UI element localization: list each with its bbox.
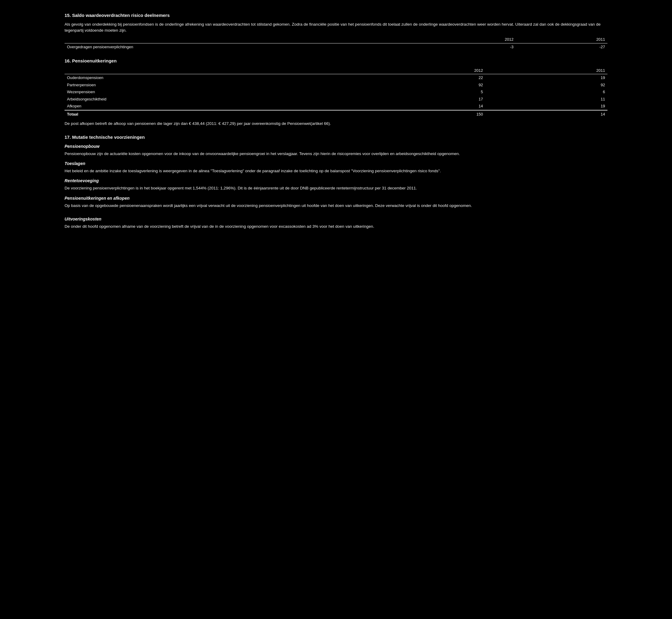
table-row: Totaal15014 bbox=[65, 110, 607, 118]
table-row: Wezenpensioen56 bbox=[65, 88, 607, 95]
table-row: Ouderdomspensioen2219 bbox=[65, 74, 607, 81]
row-label: Arbeidsongeschiktheid bbox=[65, 95, 363, 103]
section-16: 16. Pensioenuitkeringen 2012 2011 Ouderd… bbox=[65, 58, 607, 127]
subsection-rentetoevoeging-para: De voorziening pensioenverplichtingen is… bbox=[65, 185, 607, 191]
section-16-table: 2012 2011 Ouderdomspensioen2219Partnerpe… bbox=[65, 67, 607, 118]
table-row: Arbeidsongeschiktheid1711 bbox=[65, 95, 607, 103]
uitvoeringskosten-title: Uitvoeringskosten bbox=[65, 216, 607, 222]
table-row: Afkopen1419 bbox=[65, 102, 607, 110]
row-2011: 19 bbox=[485, 102, 607, 110]
row-2012: 92 bbox=[363, 81, 485, 89]
section-15-para: Als gevolg van onderdekking bij pensioen… bbox=[65, 21, 607, 34]
section-17: 17. Mutatie technische voorzieningen Pen… bbox=[65, 134, 607, 209]
subsection-toeslagen-title: Toeslagen bbox=[65, 160, 607, 167]
subsection-toeslagen-para: Het beleid en de ambitie inzake de toesl… bbox=[65, 168, 607, 174]
section-16-note: De post afkopen betreft de afkoop van pe… bbox=[65, 121, 607, 127]
section-15-row-label: Overgedragen pensioenverplichtingen bbox=[65, 43, 424, 50]
section-15-row: Overgedragen pensioenverplichtingen -3 -… bbox=[65, 43, 607, 50]
row-2011: 92 bbox=[485, 81, 607, 89]
col-2011-16: 2011 bbox=[485, 67, 607, 74]
col-2012-header: 2012 bbox=[424, 36, 516, 43]
row-2012: 17 bbox=[363, 95, 485, 103]
section-16-title: 16. Pensioenuitkeringen bbox=[65, 58, 607, 65]
row-2011: 11 bbox=[485, 95, 607, 103]
section-15-2012: -3 bbox=[424, 43, 516, 50]
row-2012: 14 bbox=[363, 102, 485, 110]
table-header-row: 2012 2011 bbox=[65, 36, 607, 43]
row-label: Afkopen bbox=[65, 102, 363, 110]
row-label: Totaal bbox=[65, 110, 363, 118]
col-label-header bbox=[65, 36, 424, 43]
row-2011: 6 bbox=[485, 88, 607, 95]
subsection-opbouw-title: Pensioenopbouw bbox=[65, 143, 607, 150]
subsection-uitkeringen-title: Pensioenuitkeringen en afkopen bbox=[65, 195, 607, 202]
row-2011: 14 bbox=[485, 110, 607, 118]
subsection-opbouw-para: Pensioenopbouw zijn de actuariële kosten… bbox=[65, 151, 607, 157]
row-label: Partnerpensioen bbox=[65, 81, 363, 89]
subsection-rentetoevoeging-title: Rentetoevoeging bbox=[65, 178, 607, 184]
page-container: 15. Saldo waardeoverdrachten risico deel… bbox=[65, 12, 607, 229]
section-uitvoeringskosten: Uitvoeringskosten De onder dit hoofd opg… bbox=[65, 216, 607, 229]
section-17-title: 17. Mutatie technische voorzieningen bbox=[65, 134, 607, 141]
row-2011: 19 bbox=[485, 74, 607, 81]
section-15-2011: -27 bbox=[516, 43, 607, 50]
row-label: Wezenpensioen bbox=[65, 88, 363, 95]
col-2012-16: 2012 bbox=[363, 67, 485, 74]
table-row: Partnerpensioen9292 bbox=[65, 81, 607, 89]
col-2011-header: 2011 bbox=[516, 36, 607, 43]
col-label-16 bbox=[65, 67, 363, 74]
row-2012: 150 bbox=[363, 110, 485, 118]
table-header-row-16: 2012 2011 bbox=[65, 67, 607, 74]
section-15-title: 15. Saldo waardeoverdrachten risico deel… bbox=[65, 12, 607, 19]
section-15: 15. Saldo waardeoverdrachten risico deel… bbox=[65, 12, 607, 50]
subsection-uitkeringen-para: Op basis van de opgebouwde pensioenenaan… bbox=[65, 203, 607, 209]
section-15-table: 2012 2011 Overgedragen pensioenverplicht… bbox=[65, 36, 607, 50]
row-2012: 5 bbox=[363, 88, 485, 95]
uitvoeringskosten-para: De onder dit hoofd opgenomen afname van … bbox=[65, 223, 607, 229]
row-label: Ouderdomspensioen bbox=[65, 74, 363, 81]
row-2012: 22 bbox=[363, 74, 485, 81]
